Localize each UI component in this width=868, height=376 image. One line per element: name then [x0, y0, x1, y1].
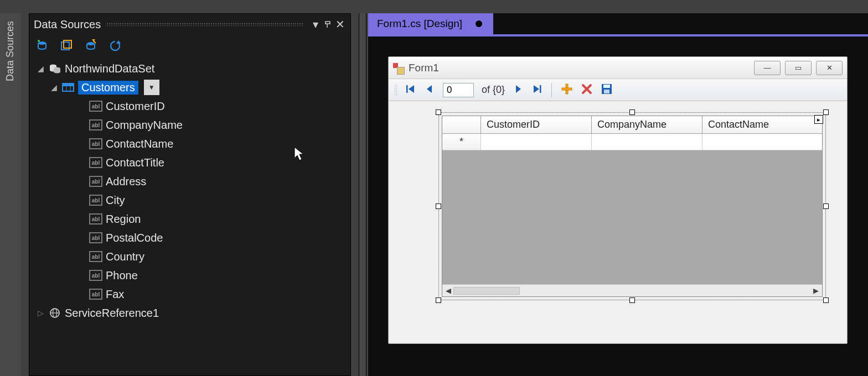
text-field-icon: abl	[89, 157, 102, 168]
configure-source-icon[interactable]	[84, 39, 98, 53]
tree-node-label: Region	[106, 213, 141, 226]
close-panel-icon[interactable]: ✕	[334, 18, 346, 31]
text-field-icon: abl	[89, 176, 102, 187]
toolbar-grip-icon[interactable]	[394, 84, 397, 96]
maximize-button[interactable]: ▭	[785, 61, 812, 75]
tree-node-column[interactable]: ablCountry	[34, 247, 350, 266]
resize-handle[interactable]	[629, 297, 635, 303]
minimize-button[interactable]: —	[754, 61, 781, 75]
scroll-thumb[interactable]	[453, 287, 520, 295]
datagrid-cell[interactable]	[702, 134, 822, 150]
tree-node-customers[interactable]: ◢ Customers ▼	[34, 78, 350, 97]
svg-point-3	[87, 42, 95, 45]
tree-node-label: ServiceReference1	[65, 307, 159, 320]
svg-point-0	[38, 41, 46, 45]
move-previous-icon[interactable]	[424, 84, 435, 96]
document-well: Form1.cs [Design] Form1 — ▭ ✕ of {0}	[368, 13, 868, 376]
column-header[interactable]: ContactName	[702, 116, 822, 133]
chevron-down-icon[interactable]: ◢	[49, 83, 58, 92]
tree-node-column[interactable]: ablAddress	[34, 172, 350, 191]
mouse-cursor-icon	[293, 147, 306, 162]
resize-handle[interactable]	[629, 109, 635, 115]
panel-grip[interactable]	[106, 23, 304, 26]
tree-node-column[interactable]: ablRegion	[34, 210, 350, 228]
svg-marker-16	[409, 85, 414, 93]
save-icon[interactable]	[601, 83, 613, 97]
chevron-down-icon[interactable]: ◢	[36, 64, 45, 73]
add-new-icon[interactable]	[561, 83, 573, 97]
tool-window-rail: Data Sources	[0, 13, 21, 376]
move-first-icon[interactable]	[405, 84, 416, 96]
datagrid-body[interactable]	[442, 150, 822, 284]
new-row-indicator: *	[442, 134, 481, 150]
smart-tag-icon[interactable]: ▸	[814, 115, 823, 124]
text-field-icon: abl	[89, 138, 102, 149]
document-tab-label: Form1.cs [Design]	[377, 18, 462, 30]
horizontal-scrollbar[interactable]: ◀ ▶	[442, 284, 822, 296]
drop-control-chevron-down-icon[interactable]: ▼	[144, 80, 159, 95]
unsaved-indicator-icon	[476, 20, 482, 27]
svg-rect-22	[562, 88, 572, 90]
edit-dataset-icon[interactable]	[59, 39, 74, 53]
tree-node-label: NorthwindDataSet	[65, 62, 154, 75]
datagrid-cell[interactable]	[481, 134, 592, 150]
panel-dropdown-icon[interactable]: ▾	[309, 18, 322, 31]
move-next-icon[interactable]	[513, 84, 524, 96]
add-data-source-icon[interactable]	[35, 39, 49, 53]
resize-handle[interactable]	[436, 109, 441, 115]
tree-node-label: CustomerID	[106, 100, 165, 113]
tab-accent-bar	[368, 34, 868, 36]
resize-handle[interactable]	[436, 203, 441, 209]
datagrid-header: CustomerID CompanyName ContactName	[442, 116, 822, 134]
tree-node-label: City	[106, 194, 125, 207]
tree-node-column[interactable]: ablCity	[34, 191, 350, 210]
tree-node-label: Address	[106, 175, 146, 188]
tree-node-column[interactable]: ablPhone	[34, 266, 350, 285]
tree-node-column[interactable]: ablFax	[34, 285, 350, 304]
text-field-icon: abl	[89, 289, 102, 300]
column-header[interactable]: CustomerID	[481, 116, 592, 133]
panel-splitter[interactable]	[359, 13, 366, 376]
panel-header: Data Sources ▾ ✕	[29, 14, 350, 35]
resize-handle[interactable]	[823, 203, 829, 209]
service-reference-icon	[48, 307, 61, 319]
datagrid-new-row[interactable]: *	[442, 134, 822, 150]
datagridview[interactable]: ▸ CustomerID CompanyName ContactName * ◀	[442, 116, 823, 297]
document-tab-form1[interactable]: Form1.cs [Design]	[368, 13, 493, 34]
tree-node-service-reference: ▷ ServiceReference1	[34, 304, 350, 322]
tree-node-label: Phone	[106, 269, 138, 282]
form-titlebar: Form1 — ▭ ✕	[389, 57, 847, 79]
tree-node-label: ContactName	[106, 138, 173, 150]
chevron-right-icon[interactable]: ▷	[36, 309, 45, 317]
svg-rect-24	[603, 85, 610, 88]
delete-icon[interactable]	[581, 83, 593, 97]
pin-icon[interactable]	[322, 18, 334, 31]
close-button[interactable]: ✕	[816, 61, 843, 75]
column-header[interactable]: CompanyName	[592, 116, 702, 133]
separator	[551, 83, 552, 97]
form-design-surface[interactable]: Form1 — ▭ ✕ of {0}	[388, 56, 848, 344]
refresh-icon[interactable]	[108, 39, 122, 53]
resize-handle[interactable]	[823, 297, 829, 303]
text-field-icon: abl	[89, 251, 102, 262]
datagrid-cell[interactable]	[592, 134, 702, 150]
tree-node-column[interactable]: ablPostalCode	[34, 228, 350, 247]
scroll-right-icon[interactable]: ▶	[813, 286, 819, 295]
tree-node-column[interactable]: ablCompanyName	[34, 116, 350, 134]
datagrid-selection[interactable]: ▸ CustomerID CompanyName ContactName * ◀	[438, 112, 826, 300]
tree-node-label: CompanyName	[106, 119, 183, 132]
row-header-corner[interactable]	[442, 116, 481, 133]
tree-node-column[interactable]: ablCustomerID	[34, 97, 350, 116]
tree-node-dataset[interactable]: ◢ NorthwindDataSet	[34, 59, 350, 78]
tree-node-label: Customers	[78, 81, 138, 95]
resize-handle[interactable]	[823, 109, 829, 115]
text-field-icon: abl	[89, 270, 102, 281]
position-input[interactable]	[443, 83, 474, 97]
data-sources-vertical-tab[interactable]: Data Sources	[3, 18, 17, 85]
text-field-icon: abl	[89, 213, 102, 224]
scroll-left-icon[interactable]: ◀	[446, 286, 451, 295]
move-last-icon[interactable]	[531, 84, 542, 96]
tree-node-label: Fax	[106, 288, 124, 301]
data-source-tree: ◢ NorthwindDataSet ◢ Customers ▼ ablCust…	[29, 57, 350, 322]
resize-handle[interactable]	[436, 297, 441, 303]
